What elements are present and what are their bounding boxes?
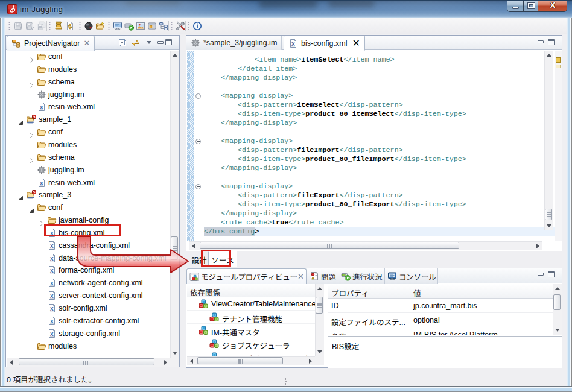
scroll-left-button[interactable] [189,241,198,250]
tree-item-resin-web.xml[interactable]: Xresin-web.xml [7,101,170,113]
maximize-view-icon[interactable] [165,39,172,45]
link-with-editor-button[interactable] [130,38,141,50]
scroll-right-button[interactable] [533,241,542,250]
scroll-up-button[interactable] [170,51,179,60]
editor-tab-bisconfig.xml[interactable]: Xbis-config.xml✕ [284,36,365,51]
collapse-all-button[interactable] [118,38,127,50]
sync-gold-button[interactable] [65,19,76,33]
picture-button[interactable] [135,19,147,33]
new-project-folder-button[interactable] [95,19,106,33]
tree-item-schema[interactable]: schema [7,76,170,89]
window-maximize-button[interactable] [523,1,538,12]
view-menu-icon[interactable] [147,41,151,44]
tree-item-modules[interactable]: modules [7,63,170,76]
scrollbar-thumb[interactable] [200,242,459,249]
dependency-item-ジョブスケジューラ[interactable]: ジョブスケジューラ [187,337,324,350]
status-grip[interactable] [285,378,287,385]
editor-hscrollbar[interactable] [189,241,542,250]
tree-collapsed-arrow-icon[interactable] [29,130,34,135]
property-row-名称[interactable]: 名称IM-BIS for Accel Platform [328,327,562,335]
panel-tab-問題[interactable]: 問題 [307,268,338,284]
tree-item-server-context-config.xml[interactable]: Xserver-context-config.xml [7,289,170,302]
panel-tab-コンソール[interactable]: コンソール [385,268,438,284]
panel-tab-モジュールプロパティビュー[interactable]: モジュールプロパティビュー✕ [186,268,307,284]
tree-item-conf[interactable]: conf [7,51,170,63]
tree-item-juggling.im[interactable]: juggling.im [7,89,170,101]
close-icon[interactable]: ✕ [297,274,304,280]
dependencies-vscrollbar[interactable] [315,284,324,356]
overview-marker[interactable] [556,57,561,63]
tab-project-navigator[interactable]: ProjectNavigator ✕ [7,36,95,51]
dependencies-column-header[interactable]: 依存関係 [187,284,324,297]
scroll-up-button[interactable] [544,51,553,60]
tree-item-resin-web.xml[interactable]: Xresin-web.xml [7,177,170,189]
editor-overview-ruler[interactable] [555,51,562,241]
save-as-button[interactable] [24,19,36,33]
dependency-item-IM-共通マスタ[interactable]: IM-共通マスタ [187,324,324,337]
tree-collapsed-arrow-icon[interactable] [39,218,45,223]
scroll-right-button[interactable] [161,358,170,367]
project-tree-vscrollbar[interactable] [170,51,179,358]
scroll-down-button[interactable] [315,347,324,356]
tree-item-schema[interactable]: schema [7,151,170,164]
tree-item-juggling.im[interactable]: juggling.im [7,164,170,177]
scroll-right-button[interactable] [306,356,315,365]
tree-item-sample_3[interactable]: sample_3 [7,189,170,201]
scrollbar-thumb[interactable] [316,297,323,314]
tree-expanded-arrow-icon[interactable] [18,192,24,198]
tree-item-solr-extractor-config.xml[interactable]: Xsolr-extractor-config.xml [7,315,170,327]
package-gold-button[interactable] [53,19,65,33]
tree-expanded-arrow-icon[interactable] [18,117,24,122]
scrollbar-thumb[interactable] [19,358,154,365]
tree-item-conf[interactable]: conf [7,201,170,214]
scroll-down-button[interactable] [170,349,179,358]
minimize-view-icon[interactable] [157,41,164,44]
save-button[interactable] [13,19,24,33]
window-minimize-button[interactable] [507,1,523,12]
scroll-down-button[interactable] [544,221,553,230]
property-row-ID[interactable]: IDjp.co.intra_mart.bis [328,299,562,313]
title-bar[interactable]: im-Juggling X [0,0,572,18]
start-server-button[interactable] [124,19,135,33]
properties-vscrollbar[interactable] [553,284,562,335]
scroll-left-button[interactable] [187,356,196,365]
tree-item-cassandra-config.xml[interactable]: Xcassandra-config.xml [7,239,170,252]
editor-tab-sample3juggling.im[interactable]: *sample_3/juggling.im [186,36,282,50]
fold-collapse-icon[interactable] [195,139,201,144]
maximize-panel-icon[interactable] [548,271,555,277]
project-tree-hscrollbar[interactable] [7,358,170,367]
monitor-button[interactable] [112,19,124,33]
tree-item-sample_1[interactable]: sample_1 [7,113,170,126]
properties-table-header[interactable]: プロパティ 値 [328,284,562,299]
scrollbar-thumb[interactable] [553,294,561,310]
tree-item-solr-config.xml[interactable]: Xsolr-config.xml [7,302,170,315]
scrollbar-thumb[interactable] [545,209,552,220]
tree-item-conf[interactable]: conf [7,126,170,139]
tree-item-data-source-mapping-config.xml[interactable]: Xdata-source-mapping-config.xml [7,252,170,265]
scroll-up-button[interactable] [315,284,324,293]
maximize-editor-icon[interactable] [548,39,555,45]
fold-collapse-icon[interactable] [195,184,201,189]
tree-item-modules[interactable]: modules [7,139,170,151]
column-value[interactable]: 値 [413,284,421,299]
xml-source-editor[interactable]: <detail-item item-type="itemSelect" item… [187,51,562,241]
save-all-button[interactable] [36,19,47,33]
tree-collapsed-arrow-icon[interactable] [29,80,34,85]
scroll-down-button[interactable] [553,326,562,335]
scrollbar-thumb[interactable] [197,357,283,364]
editor-vscrollbar[interactable] [544,51,553,230]
dependency-item-マルチデバイス(スクリプト[interactable]: マルチデバイス(スクリプト [187,350,324,356]
scrollbar-thumb[interactable] [171,236,178,260]
fold-collapse-icon[interactable] [195,93,201,99]
close-icon[interactable]: ✕ [352,37,360,49]
tree-collapsed-arrow-icon[interactable] [29,54,34,60]
minimize-editor-icon[interactable] [538,40,544,43]
preview-window-button[interactable] [147,19,158,33]
dependencies-hscrollbar[interactable] [187,356,315,365]
about-info-button[interactable] [192,19,203,33]
window-close-button[interactable]: X [538,1,567,12]
juggling-ball-button[interactable] [83,19,95,33]
dependency-item-テナント管理機能[interactable]: テナント管理機能 [187,311,324,324]
dependency-item-ViewCreator/TableMaintenance[interactable]: ViewCreator/TableMaintenance [187,297,324,311]
minimize-panel-icon[interactable] [538,273,544,276]
